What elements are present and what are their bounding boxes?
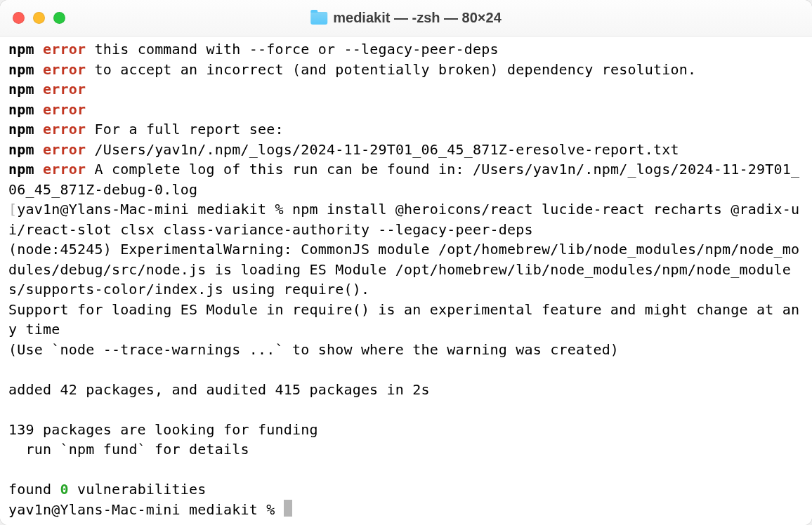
npm-label: npm: [8, 101, 34, 118]
terminal-line: npm error: [8, 79, 804, 100]
terminal-line: found 0 vulnerabilities: [8, 479, 804, 500]
prompt-bracket-left: [: [8, 201, 17, 218]
npm-label: npm: [8, 121, 34, 138]
vulnerability-count: 0: [60, 481, 68, 498]
terminal-line: npm error A complete log of this run can…: [8, 159, 804, 199]
cursor[interactable]: [284, 500, 292, 517]
npm-label: npm: [8, 61, 34, 78]
error-label: error: [43, 161, 86, 178]
terminal-line: npm error this command with --force or -…: [8, 39, 804, 60]
maximize-button[interactable]: [53, 12, 65, 24]
terminal-line: added 42 packages, and audited 415 packa…: [8, 380, 804, 400]
terminal-window: mediakit — -zsh — 80×24 npm error this c…: [0, 0, 812, 525]
terminal-line: npm error to accept an incorrect (and po…: [8, 60, 804, 80]
terminal-line: [8, 460, 804, 480]
npm-label: npm: [8, 81, 34, 98]
terminal-line: run `npm fund` for details: [8, 439, 804, 460]
terminal-line: (Use `node --trace-warnings ...` to show…: [8, 340, 804, 360]
terminal-line: npm error /Users/yav1n/.npm/_logs/2024-1…: [8, 140, 804, 160]
terminal-line: Support for loading ES Module in require…: [8, 300, 804, 340]
error-label: error: [43, 121, 86, 138]
minimize-button[interactable]: [33, 12, 45, 24]
terminal-line: [yav1n@Ylans-Mac-mini mediakit % npm ins…: [8, 199, 804, 239]
terminal-line: 139 packages are looking for funding: [8, 420, 804, 440]
terminal-line: [8, 399, 804, 420]
window-title: mediakit — -zsh — 80×24: [310, 10, 502, 26]
titlebar[interactable]: mediakit — -zsh — 80×24: [0, 0, 812, 36]
shell-prompt: yav1n@Ylans-Mac-mini mediakit %: [17, 201, 292, 218]
shell-prompt: yav1n@Ylans-Mac-mini mediakit %: [8, 501, 284, 518]
window-title-text: mediakit — -zsh — 80×24: [333, 10, 502, 26]
terminal-line: yav1n@Ylans-Mac-mini mediakit %: [8, 500, 804, 520]
error-label: error: [43, 61, 86, 78]
npm-label: npm: [8, 141, 34, 158]
terminal-line: npm error For a full report see:: [8, 119, 804, 140]
npm-label: npm: [8, 161, 34, 178]
traffic-lights: [13, 12, 65, 24]
terminal-line: npm error: [8, 100, 804, 120]
error-label: error: [43, 101, 86, 118]
close-button[interactable]: [13, 12, 25, 24]
error-label: error: [43, 41, 86, 58]
error-label: error: [43, 81, 86, 98]
npm-label: npm: [8, 41, 34, 58]
error-label: error: [43, 141, 86, 158]
terminal-line: (node:45245) ExperimentalWarning: Common…: [8, 239, 804, 300]
terminal-output[interactable]: npm error this command with --force or -…: [0, 36, 812, 525]
folder-icon: [310, 12, 327, 25]
terminal-line: [8, 359, 804, 380]
